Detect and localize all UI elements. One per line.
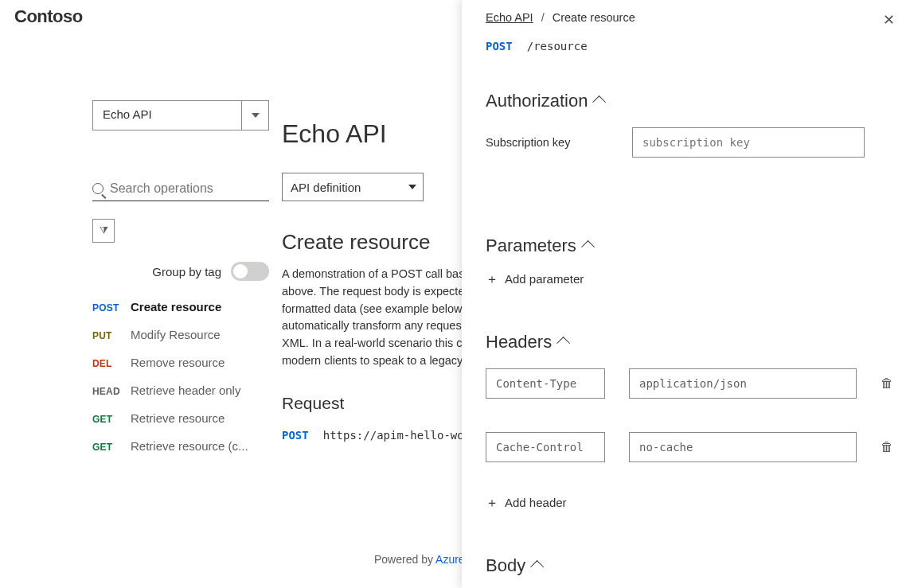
add-header-button[interactable]: ＋ Add header	[486, 496, 890, 509]
subscription-key-row: Subscription key	[486, 127, 890, 158]
search-operations[interactable]	[92, 181, 269, 201]
close-icon[interactable]: ✕	[883, 11, 895, 29]
chevron-up-icon	[556, 337, 570, 350]
panel-method: POST	[486, 40, 513, 53]
operation-item-retrieve-resource[interactable]: GET Retrieve resource	[92, 411, 269, 425]
api-definition-select[interactable]: API definition	[282, 173, 424, 201]
operation-item-remove-resource[interactable]: DEL Remove resource	[92, 356, 269, 369]
method-badge: DEL	[92, 358, 131, 369]
group-by-tag-control: Group by tag	[92, 262, 269, 281]
trash-icon[interactable]: 🗑	[881, 376, 893, 391]
operation-name: Retrieve resource (c...	[131, 439, 248, 453]
plus-icon: ＋	[486, 273, 498, 286]
filter-icon: ⧩	[100, 224, 108, 237]
panel-method-line: POST/resource	[486, 40, 890, 53]
section-body[interactable]: Body	[486, 555, 890, 576]
request-url: https://apim-hello-wor	[323, 429, 471, 442]
operation-name: Retrieve header only	[131, 384, 240, 397]
header-row-0: 🗑	[486, 368, 890, 399]
header-key-input[interactable]	[486, 432, 605, 462]
panel-path: /resource	[527, 40, 588, 53]
operation-item-retrieve-header[interactable]: HEAD Retrieve header only	[92, 384, 269, 397]
header-value-input[interactable]	[629, 368, 857, 399]
search-icon	[92, 183, 103, 194]
try-it-panel: ✕ Echo API / Create resource POST/resour…	[462, 0, 906, 588]
operation-name: Retrieve resource	[131, 411, 225, 425]
header-key-input[interactable]	[486, 368, 605, 399]
method-badge: PUT	[92, 330, 131, 341]
operation-item-modify-resource[interactable]: PUT Modify Resource	[92, 328, 269, 341]
section-authorization[interactable]: Authorization	[486, 91, 890, 111]
add-parameter-button[interactable]: ＋ Add parameter	[486, 272, 890, 286]
section-parameters[interactable]: Parameters	[486, 236, 890, 256]
footer-text: Powered by	[374, 553, 435, 566]
api-selector-label: Echo API	[93, 101, 241, 130]
method-badge: HEAD	[92, 386, 131, 397]
operation-name: Create resource	[131, 300, 221, 313]
api-definition-label: API definition	[291, 181, 361, 194]
chevron-up-icon	[593, 95, 607, 109]
breadcrumb: Echo API / Create resource	[486, 11, 890, 24]
method-badge: GET	[92, 414, 131, 425]
trash-icon[interactable]: 🗑	[881, 440, 893, 454]
group-by-tag-toggle[interactable]	[231, 262, 269, 281]
operations-list: POST Create resource PUT Modify Resource…	[92, 300, 269, 453]
group-by-tag-label: Group by tag	[152, 265, 221, 278]
chevron-up-icon	[581, 240, 595, 254]
method-badge: GET	[92, 442, 131, 453]
subscription-key-input[interactable]	[632, 127, 865, 158]
request-method: POST	[282, 429, 309, 442]
operation-item-create-resource[interactable]: POST Create resource	[92, 300, 269, 313]
api-selector[interactable]: Echo API	[92, 100, 269, 130]
filter-button[interactable]: ⧩	[92, 219, 115, 243]
operation-item-retrieve-resource-c[interactable]: GET Retrieve resource (c...	[92, 439, 269, 453]
operations-sidebar: Echo API ⧩ Group by tag POST Create reso…	[92, 100, 269, 453]
search-input[interactable]	[110, 181, 269, 196]
operation-name: Remove resource	[131, 356, 225, 369]
method-badge: POST	[92, 302, 131, 313]
section-headers[interactable]: Headers	[486, 332, 890, 352]
plus-icon: ＋	[486, 496, 498, 509]
breadcrumb-op: Create resource	[553, 11, 635, 24]
chevron-down-icon	[241, 101, 268, 130]
breadcrumb-api[interactable]: Echo API	[486, 11, 533, 24]
header-row-1: 🗑	[486, 432, 890, 462]
chevron-up-icon	[530, 560, 544, 574]
footer: Powered by Azure	[374, 553, 465, 566]
operation-name: Modify Resource	[131, 328, 221, 341]
subscription-key-label: Subscription key	[486, 136, 613, 149]
brand-logo: Contoso	[14, 6, 83, 27]
header-value-input[interactable]	[629, 432, 857, 462]
footer-link[interactable]: Azure	[435, 553, 465, 566]
